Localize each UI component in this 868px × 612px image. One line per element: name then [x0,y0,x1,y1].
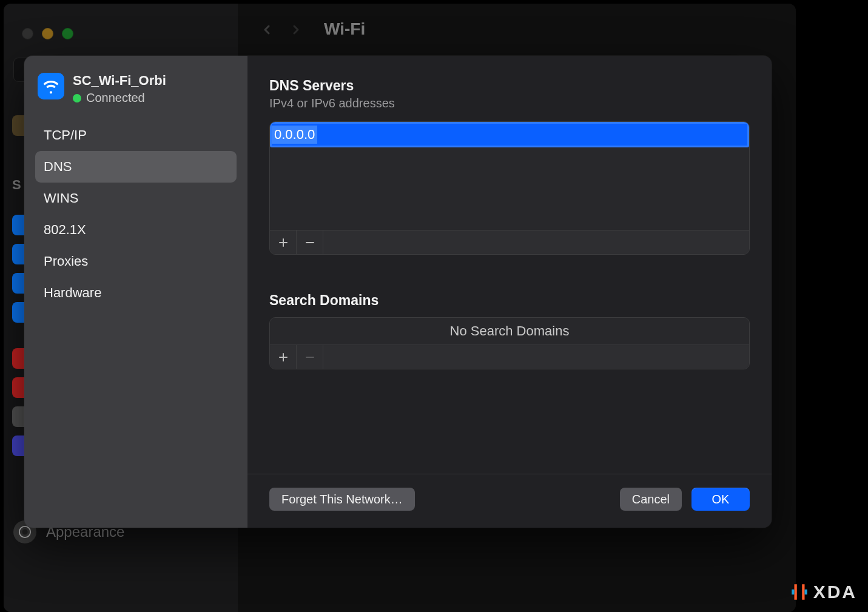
network-settings-sheet: SC_Wi-Fi_Orbi Connected TCP/IP DNS WINS … [24,56,772,528]
search-domains-empty-label: No Search Domains [450,323,570,339]
tab-tcpip[interactable]: TCP/IP [35,119,237,151]
dns-entry-value[interactable]: 0.0.0.0 [272,126,317,144]
tab-8021x[interactable]: 802.1X [35,214,237,246]
dns-servers-subtitle: IPv4 or IPv6 addresses [269,96,750,110]
ok-button[interactable]: OK [691,488,750,511]
close-window-button[interactable] [22,28,33,39]
search-domain-remove-button [297,345,323,369]
sheet-main-content: DNS Servers IPv4 or IPv6 addresses 0.0.0… [247,56,772,528]
search-domains-list[interactable]: No Search Domains [270,318,749,345]
network-header: SC_Wi-Fi_Orbi Connected [35,73,237,116]
network-name: SC_Wi-Fi_Orbi [73,73,166,89]
wifi-icon [38,73,64,99]
dns-servers-listbox: 0.0.0.0 [269,121,750,255]
sheet-footer: Forget This Network… Cancel OK [247,474,772,528]
zoom-window-button[interactable] [62,28,73,39]
status-label: Connected [86,91,145,105]
dns-servers-list[interactable]: 0.0.0.0 [270,122,749,230]
tab-hardware[interactable]: Hardware [35,277,237,309]
search-domain-add-button[interactable] [270,345,297,369]
tab-wins[interactable]: WINS [35,183,237,214]
nav-back-button[interactable] [260,22,274,36]
dns-list-footer [270,230,749,254]
dns-servers-title: DNS Servers [269,78,750,94]
nav-forward-button [289,22,303,36]
search-domains-footer [270,345,749,369]
cancel-button[interactable]: Cancel [620,488,682,511]
dns-remove-button[interactable] [297,230,323,254]
sheet-sidebar: SC_Wi-Fi_Orbi Connected TCP/IP DNS WINS … [24,56,247,528]
xda-watermark: XDA [789,582,857,602]
search-domains-listbox: No Search Domains [269,317,750,369]
watermark-text: XDA [813,582,857,602]
minimize-window-button[interactable] [42,28,53,39]
search-domains-title: Search Domains [269,292,750,309]
tab-proxies[interactable]: Proxies [35,246,237,277]
page-title: Wi-Fi [324,19,365,39]
dns-add-button[interactable] [270,230,297,254]
tab-dns[interactable]: DNS [35,151,237,183]
forget-network-button[interactable]: Forget This Network… [269,488,415,511]
window-traffic-lights [4,12,238,39]
status-dot-icon [73,94,81,103]
tab-list: TCP/IP DNS WINS 802.1X Proxies Hardware [35,119,237,309]
dns-entry-row[interactable]: 0.0.0.0 [270,122,749,147]
svg-point-0 [22,529,27,534]
network-status: Connected [73,91,166,105]
